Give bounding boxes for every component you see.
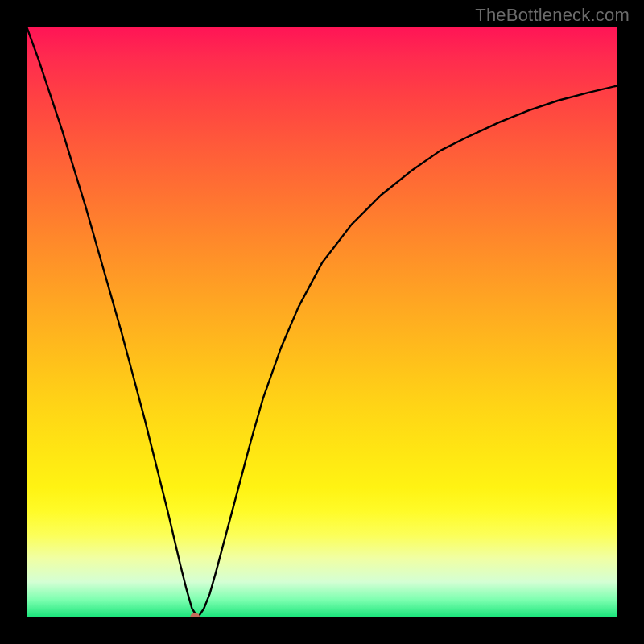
- minimum-marker-dot: [190, 613, 200, 617]
- watermark-text: TheBottleneck.com: [475, 5, 630, 26]
- chart-plot-area: [27, 27, 617, 617]
- bottleneck-curve-line: [27, 27, 617, 617]
- chart-overlay-svg: [27, 27, 617, 617]
